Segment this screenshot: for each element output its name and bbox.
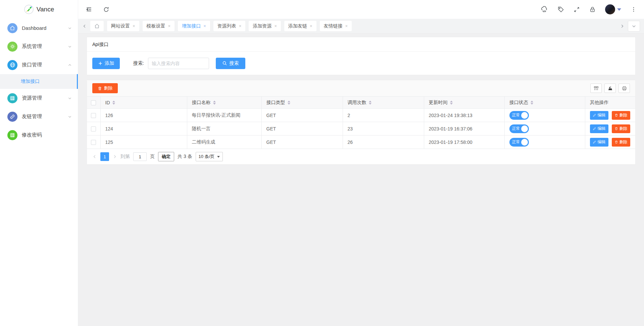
column-header: ID: [105, 100, 110, 105]
sidebar: Vance Dashboard 系统管理: [0, 0, 78, 326]
goto-page-input[interactable]: [133, 152, 147, 161]
sidebar-item-api[interactable]: 接口管理: [0, 56, 78, 74]
sort-icon[interactable]: [288, 101, 290, 105]
status-toggle[interactable]: 正常: [509, 124, 529, 133]
cell-name: 随机一言: [187, 122, 261, 135]
cell-name: 二维码生成: [187, 135, 261, 149]
tab-template-settings[interactable]: 模板设置 ×: [143, 21, 175, 31]
add-button[interactable]: 添加: [92, 58, 120, 69]
delete-button[interactable]: 删除: [612, 111, 630, 120]
close-icon[interactable]: ×: [274, 23, 277, 29]
column-header: 更新时间: [429, 100, 448, 106]
edit-button[interactable]: 编辑: [590, 111, 608, 120]
tab-label: 添加资源: [253, 23, 271, 29]
sort-icon[interactable]: [531, 101, 533, 105]
sidebar-item-password[interactable]: 修改密码: [0, 126, 78, 144]
delete-button[interactable]: 删除: [612, 124, 630, 133]
more-icon[interactable]: [631, 6, 637, 12]
collapse-sidebar-icon[interactable]: [86, 6, 92, 13]
close-icon[interactable]: ×: [203, 23, 206, 29]
sidebar-item-label: 友链管理: [22, 113, 68, 120]
brand-logo[interactable]: Vance: [0, 0, 78, 19]
lock-icon[interactable]: [589, 6, 596, 13]
row-checkbox[interactable]: [91, 126, 96, 131]
app-root: Vance Dashboard 系统管理: [0, 0, 644, 326]
plus-icon: [98, 61, 103, 66]
close-icon[interactable]: ×: [168, 23, 171, 29]
close-icon[interactable]: ×: [345, 23, 348, 29]
bulk-delete-button[interactable]: 删除: [92, 83, 118, 93]
tab-home[interactable]: [90, 21, 104, 31]
goto-confirm-button[interactable]: 确定: [158, 152, 174, 161]
tab-resource-list[interactable]: 资源列表 ×: [213, 21, 246, 31]
per-page-select[interactable]: 10 条/页: [196, 152, 223, 161]
tab-label: 友情链接: [324, 23, 343, 29]
next-page-icon[interactable]: [112, 154, 117, 159]
tabs-scroll-left-icon[interactable]: [82, 24, 87, 29]
cell-updated: 2023-01-24 19:38:13: [424, 109, 504, 122]
gear-icon: [7, 42, 17, 52]
fullscreen-icon[interactable]: [574, 6, 580, 13]
print-icon[interactable]: [618, 84, 630, 93]
table-toolbar: 删除: [87, 80, 635, 96]
total-count-label: 共 3 条: [178, 154, 192, 160]
close-icon[interactable]: ×: [310, 23, 312, 29]
pencil-icon: [593, 113, 596, 117]
content: Api接口 添加 搜索: 搜索: [78, 34, 644, 326]
tabs-menu-button[interactable]: [628, 21, 640, 32]
status-toggle[interactable]: 正常: [509, 111, 529, 120]
page-number-button[interactable]: 1: [100, 152, 109, 161]
prev-page-icon[interactable]: [92, 154, 97, 159]
cell-updated: 2023-01-19 17:58:00: [424, 135, 504, 149]
globe-icon: [7, 60, 17, 70]
cell-type: GET: [261, 122, 343, 135]
sidebar-item-links[interactable]: 友链管理: [0, 107, 78, 126]
column-header: 其他操作: [590, 100, 609, 106]
sidebar-item-label: Dashboard: [22, 25, 68, 31]
search-button[interactable]: 搜索: [216, 58, 245, 69]
sort-icon[interactable]: [450, 101, 453, 105]
columns-icon[interactable]: [590, 84, 602, 93]
pagination: 1 到第 页 确定 共 3 条 10 条/页: [87, 149, 635, 164]
close-icon[interactable]: ×: [133, 23, 135, 29]
sidebar-item-label: 修改密码: [22, 132, 72, 138]
sort-icon[interactable]: [213, 101, 216, 105]
table-toolbar-right: [590, 84, 630, 93]
pencil-icon: [593, 140, 596, 144]
tab-add-api[interactable]: 增加接口 ×: [178, 21, 210, 31]
row-checkbox[interactable]: [91, 140, 96, 145]
tab-friend-links[interactable]: 友情链接 ×: [320, 21, 352, 31]
edit-button[interactable]: 编辑: [590, 138, 608, 147]
row-checkbox[interactable]: [91, 113, 96, 118]
tabs-scroll-right-icon[interactable]: [620, 24, 625, 29]
tag-icon[interactable]: [557, 6, 564, 13]
refresh-icon[interactable]: [103, 6, 109, 13]
trash-icon: [614, 113, 618, 117]
toggle-knob: [521, 112, 528, 119]
user-menu[interactable]: [605, 4, 621, 14]
sidebar-item-dashboard[interactable]: Dashboard: [0, 19, 78, 37]
delete-button[interactable]: 删除: [612, 138, 630, 147]
sidebar-item-resources[interactable]: 资源管理: [0, 89, 78, 107]
search-input[interactable]: [148, 58, 209, 69]
submenu-item-label: 增加接口: [21, 78, 40, 85]
sidebar-item-system[interactable]: 系统管理: [0, 37, 78, 56]
edit-button[interactable]: 编辑: [590, 124, 608, 133]
sort-icon[interactable]: [369, 101, 371, 105]
tab-add-link[interactable]: 添加友链 ×: [284, 21, 316, 31]
status-toggle[interactable]: 正常: [509, 138, 529, 147]
close-icon[interactable]: ×: [239, 23, 242, 29]
brand-name: Vance: [37, 6, 54, 13]
cloud-code-icon[interactable]: [541, 6, 548, 13]
main-area: 网站设置 × 模板设置 × 增加接口 × 资源列表 × 添加资源 × 添加友链 …: [78, 0, 644, 326]
cell-name: 每日早报快讯-正式新闻: [187, 109, 261, 122]
sidebar-subitem-add-api[interactable]: 增加接口: [0, 74, 78, 89]
toggle-knob: [521, 139, 528, 146]
cell-id: 124: [100, 122, 187, 135]
select-all-checkbox[interactable]: [91, 100, 96, 105]
sort-icon[interactable]: [112, 101, 115, 105]
tab-site-settings[interactable]: 网站设置 ×: [107, 21, 139, 31]
export-icon[interactable]: [604, 84, 616, 93]
tab-add-resource[interactable]: 添加资源 ×: [249, 21, 281, 31]
grid-icon: [7, 93, 17, 103]
